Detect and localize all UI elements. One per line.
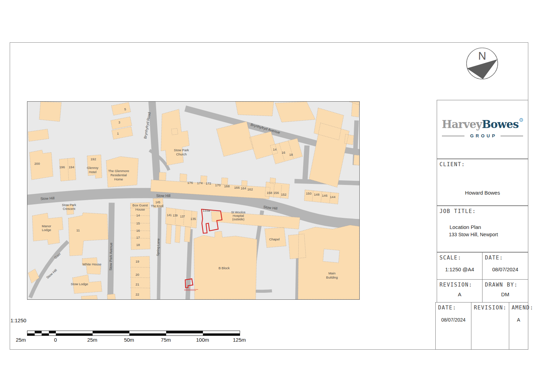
map-label: 17 [136, 236, 140, 239]
company-logo: HarveyBowes⚙ GROUP [437, 118, 528, 138]
scale-bar-bottom-row [27, 333, 240, 336]
scale-bar-segment [27, 333, 35, 336]
scale-tick-label: 125m [233, 337, 246, 343]
map-label: 1 [117, 131, 119, 135]
title-block-scale-cell: SCALE: 1:1250 @A4 [437, 252, 483, 280]
map-label: 196 [59, 165, 65, 169]
map-label: 133a [203, 208, 210, 212]
map-label: Church [176, 152, 187, 156]
map-label: The Knoll [151, 204, 163, 208]
scale-value: 1:1250 @A4 [437, 266, 482, 272]
date-value: 08/07/2024 [483, 266, 528, 272]
scale-bar-segment [49, 333, 56, 336]
logo-rule-right [501, 136, 523, 136]
map-label: Lodge [42, 228, 51, 232]
job-title-line2: 133 Stow Hill, Newport [449, 232, 498, 237]
logo-bowes: Bowes [482, 118, 519, 130]
map-label: 158 [267, 191, 272, 195]
scale-tick-label: 75m [161, 337, 171, 343]
map-label: 148 [314, 193, 319, 196]
map-label: White House [83, 262, 101, 266]
map-label: Spring Lane [156, 238, 160, 256]
map-label: 11 [76, 228, 80, 232]
map-label: 200 [34, 162, 40, 165]
map-label: Stow Hill [40, 196, 54, 201]
map-label: 16 [136, 229, 140, 232]
job-title-line1: Location Plan [450, 224, 481, 230]
map-label: Building [326, 275, 338, 279]
map-label: Stow Hill [45, 268, 58, 280]
map-label: 139 [173, 214, 178, 217]
scale-bar-segment [93, 333, 129, 336]
logo-group-label: GROUP [470, 133, 497, 138]
map-label: 162 [247, 187, 253, 191]
map-label: 22 [136, 292, 139, 296]
map-label: 18 [136, 243, 140, 247]
map-label: 152 [281, 193, 287, 196]
map-label: (outside) [232, 218, 245, 221]
map-label: 5 [124, 107, 126, 111]
map-label: Hotel [89, 170, 96, 174]
map-label: 172 [206, 181, 211, 185]
scale-tick-label: 25m [16, 337, 26, 343]
map-label: 135 [190, 217, 196, 221]
map-label: Stow Park Avenue [109, 242, 113, 271]
title-block-footer-amend-cell: AMEND: A [509, 302, 528, 350]
map-label: Stow Lodge [71, 282, 88, 286]
map-label: 166 [234, 186, 240, 189]
footer-date-label: DATE: [438, 305, 456, 311]
map-label: 156 [273, 191, 279, 195]
date-label: DATE: [485, 255, 503, 261]
road-shape [305, 145, 307, 181]
revision-value: A [437, 291, 482, 297]
scale-bar-segment [56, 333, 93, 336]
map-label: 20 [136, 273, 139, 276]
map-label: House [135, 207, 145, 211]
map-label: 141 [167, 213, 172, 217]
footer-revision-label: REVISION: [474, 305, 507, 311]
building-shape [28, 102, 359, 204]
map-label: 15 [136, 221, 140, 225]
map-label: The Glenmore [108, 169, 129, 173]
map-panel: 531Brynhyfryd RoadBrynhyfryd AvenueStow … [27, 101, 360, 300]
map-label: 144 [330, 195, 335, 199]
map-label: 16 [282, 151, 285, 154]
map-label: 14 [136, 213, 140, 217]
map-label: 150 [306, 191, 311, 195]
map-label: 170 [215, 183, 221, 187]
client-label: CLIENT: [439, 161, 465, 168]
scale-bar-segment [129, 333, 166, 336]
map-label: 21 [136, 283, 139, 287]
map-label: Crescent [63, 207, 76, 211]
scale-ratio-label: 1:1250 [10, 317, 26, 323]
map-label: 18 [289, 153, 293, 156]
drawn-by-value: DM [483, 291, 528, 297]
map-label: Stow Park [174, 148, 189, 152]
scale-bar [27, 331, 240, 336]
scale-bar-segment [42, 333, 49, 336]
map-label: Stow Park [62, 203, 77, 207]
map-label: 146 [322, 194, 327, 197]
client-value: Howard Bowes [437, 190, 528, 196]
map-label: Manor [42, 224, 51, 228]
map-label: Main [328, 271, 336, 275]
scale-tick-label: 25m [87, 337, 97, 343]
drawing-sheet: N [0, 0, 555, 392]
scale-bar-segment [203, 333, 240, 336]
map-label: 14 [273, 147, 277, 151]
map-label: 192 [91, 157, 96, 161]
map-label: 145 [155, 201, 160, 204]
map-label: Glenroy [87, 166, 99, 170]
map-label: St Woolos [231, 211, 246, 214]
north-arrow-letter: N [478, 50, 486, 62]
scale-label: SCALE: [439, 255, 461, 261]
map-label: 3 [118, 120, 120, 124]
title-block-drawn-by-cell: DRAWN BY: DM [482, 279, 528, 302]
scale-bar-segment [166, 333, 203, 336]
map-label: 164 [241, 186, 246, 190]
map-label: 176 [187, 181, 193, 185]
map-label: 174 [197, 181, 203, 185]
title-block-footer-date-cell: DATE: 08/07/2024 [435, 302, 471, 350]
title-block-client-cell: CLIENT: Howard Bowes [437, 159, 528, 206]
gear-icon: ⚙ [519, 117, 523, 123]
